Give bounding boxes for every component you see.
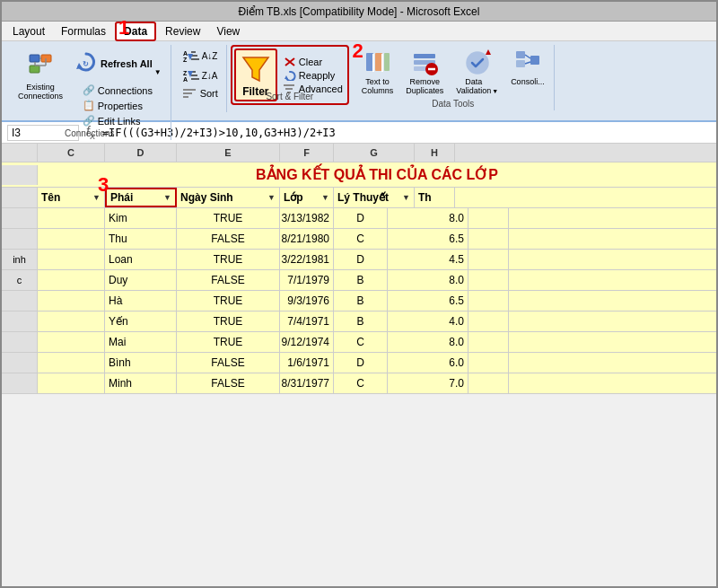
menu-item-formulas[interactable]: Formulas [54,23,113,39]
cell-h-9[interactable]: 7.0 [388,373,468,393]
cell-h-4[interactable]: 8.0 [388,270,468,290]
cell-c-3 [38,250,105,269]
cell-d-9[interactable]: Minh [105,373,177,393]
filter-cell-phai[interactable]: Phái ▼ 3 [105,188,177,207]
cell-g-1[interactable]: D [334,208,388,228]
cell-i-4 [468,270,509,290]
filter-cell-ngaysinh[interactable]: Ngày Sinh ▼ [177,188,280,207]
menu-item-view[interactable]: View [209,23,247,39]
existing-connections-button[interactable]: ExistingConnections [14,48,66,103]
cell-f-3[interactable]: 3/22/1981 [280,250,334,269]
cell-f-9[interactable]: 8/31/1977 [280,373,334,393]
cell-h-2[interactable]: 6.5 [388,229,468,249]
connections-button[interactable]: 🔗 Connections [80,83,155,97]
cell-h-7[interactable]: 8.0 [388,332,468,352]
cell-h-1[interactable]: 8.0 [388,208,468,228]
refresh-dropdown-arrow[interactable]: ▼ [154,68,162,76]
sort-button[interactable]: Sort [180,87,221,100]
svg-line-44 [525,55,530,58]
col-header-c: C [38,144,105,162]
filter-cell-lop[interactable]: Lớp ▼ [280,188,334,207]
text-to-columns-button[interactable]: Text toColumns [358,48,398,98]
menu-bar: Layout Formulas Data Review View 1 [2,22,716,41]
cell-e-2[interactable]: FALSE [177,229,280,249]
cell-g-3[interactable]: D [334,250,388,269]
cell-g-6[interactable]: B [334,312,388,331]
cell-d-8[interactable]: Bình [105,353,177,373]
cell-e-4[interactable]: FALSE [177,270,280,290]
cell-e-5[interactable]: TRUE [177,291,280,311]
filter-cell-lythuyet[interactable]: Lý Thuyết ▼ [334,188,415,207]
cell-f-7[interactable]: 9/12/1974 [280,332,334,352]
svg-rect-43 [530,56,539,65]
cell-f-8[interactable]: 1/6/1971 [280,353,334,373]
data-validation-arrow[interactable]: ▼ [492,88,498,94]
cell-d-2[interactable]: Thu [105,229,177,249]
edit-links-icon: 🔗 [83,115,95,127]
cell-f-6[interactable]: 7/4/1971 [280,312,334,331]
cell-h-6[interactable]: 4.0 [388,312,468,331]
filter-arrow-phai[interactable]: ▼ [163,193,171,202]
properties-button[interactable]: 📋 Properties [80,99,155,112]
cell-d-1[interactable]: Kim [105,208,177,228]
cell-e-3[interactable]: TRUE [177,250,280,269]
edit-links-button[interactable]: 🔗 Edit Links [80,114,155,127]
cell-i-1 [468,208,509,228]
consolidate-label: Consoli... [511,78,545,87]
cell-d-4[interactable]: Duy [105,270,177,290]
cell-h-8[interactable]: 6.0 [388,353,468,373]
cell-e-6[interactable]: TRUE [177,312,280,331]
cell-e-1[interactable]: TRUE [177,208,280,228]
svg-line-45 [525,62,530,64]
cell-i-5 [468,291,509,311]
row-num-7 [2,332,38,352]
filter-label-ngaysinh: Ngày Sinh [180,191,233,204]
clear-button[interactable]: Clear [281,56,346,68]
filter-arrow-lop[interactable]: ▼ [321,193,329,202]
filter-arrow-ten[interactable]: ▼ [92,193,101,202]
cell-d-6[interactable]: Yến [105,312,177,331]
cell-g-9[interactable]: C [334,373,388,393]
svg-rect-41 [516,51,525,58]
cell-f-5[interactable]: 9/3/1976 [280,291,334,311]
cell-g-2[interactable]: C [334,229,388,249]
row-num-9 [2,373,38,393]
svg-marker-7 [76,63,83,69]
data-validation-button[interactable]: DataValidation ▼ [452,48,502,98]
cell-g-4[interactable]: B [334,270,388,290]
ribbon-group-sort: A Z A↓Z Z A [175,45,227,112]
menu-item-layout[interactable]: Layout [5,23,52,39]
cell-d-3[interactable]: Loan [105,250,177,269]
filter-cell-ten[interactable]: Tên ▼ [38,188,105,207]
filter-arrow-lythuyet[interactable]: ▼ [402,193,410,202]
reapply-button[interactable]: Reapply [281,69,346,82]
remove-duplicates-button[interactable]: RemoveDuplicates [402,48,447,98]
cell-e-9[interactable]: FALSE [177,373,280,393]
cell-g-8[interactable]: D [334,353,388,373]
cell-f-1[interactable]: 3/13/1982 [280,208,334,228]
sort-az-label: A↓Z [202,51,218,61]
menu-item-data[interactable]: Data [115,22,156,41]
refresh-all-button[interactable]: ↻ Refresh All ▼ [70,48,165,80]
cell-f-2[interactable]: 8/21/1980 [280,229,334,249]
table-row: Bình FALSE 1/6/1971 D 6.0 [2,353,716,373]
filter-arrow-ngaysinh[interactable]: ▼ [267,193,276,202]
cell-f-4[interactable]: 7/1/1979 [280,270,334,290]
cell-i-9 [468,373,509,393]
cell-e-7[interactable]: TRUE [177,332,280,352]
cell-g-7[interactable]: C [334,332,388,352]
cell-h-5[interactable]: 6.5 [388,291,468,311]
cell-g-5[interactable]: B [334,291,388,311]
cell-e-8[interactable]: FALSE [177,353,280,373]
menu-item-review[interactable]: Review [158,23,207,39]
cell-c-2 [38,229,105,249]
cell-d-7[interactable]: Mai [105,332,177,352]
sort-az-button[interactable]: A Z A↓Z [180,48,221,64]
cell-d-5[interactable]: Hà [105,291,177,311]
sort-za-button[interactable]: Z A Z↓A [180,67,221,83]
text-to-columns-icon [364,49,391,76]
cell-i-7 [468,332,509,352]
cell-i-6 [468,312,509,331]
consolidate-button[interactable]: Consoli... [507,48,548,89]
cell-h-3[interactable]: 4.5 [388,250,468,269]
